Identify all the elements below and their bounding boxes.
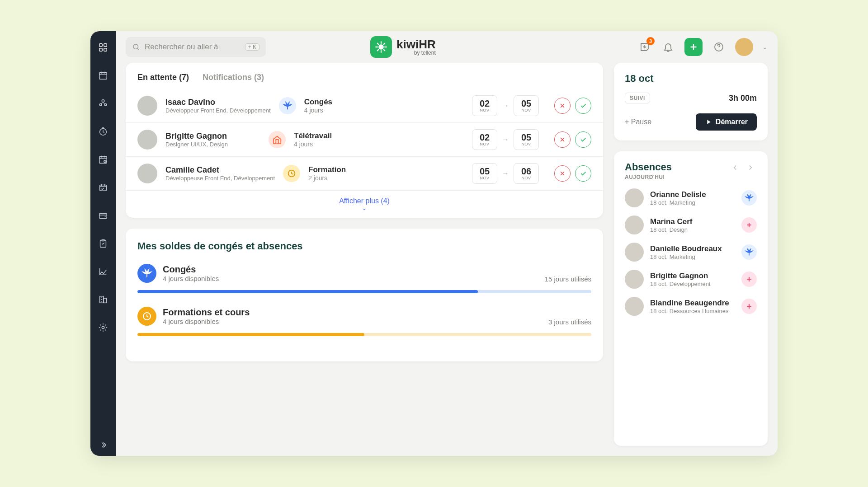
- nav-time[interactable]: [97, 125, 109, 138]
- request-type: Congés: [304, 98, 368, 107]
- absence-name: Brigitte Gagnon: [650, 272, 711, 281]
- time-date: 18 oct: [625, 73, 757, 84]
- svg-rect-0: [99, 44, 102, 47]
- avatar: [625, 270, 644, 289]
- absence-row: Orianne Delisle 18 oct, Marketing: [625, 188, 757, 207]
- request-type: Télétravail: [294, 131, 357, 140]
- balances-card: Mes soldes de congés et absences Congés …: [126, 229, 603, 361]
- date-to: 05NOV: [514, 95, 539, 116]
- absence-detail: 18 oct, Marketing: [650, 253, 722, 260]
- add-button[interactable]: [684, 38, 703, 56]
- avatar: [137, 96, 157, 116]
- nav-sync[interactable]: [97, 181, 109, 194]
- person-role: Designer UI/UX, Design: [165, 141, 260, 148]
- avatar: [625, 243, 644, 262]
- bell-button[interactable]: [661, 40, 675, 54]
- nav-dashboard[interactable]: [97, 41, 109, 54]
- nav-wallet[interactable]: [97, 209, 109, 222]
- balance-used: 15 jours utilisés: [545, 275, 591, 283]
- svg-point-5: [102, 100, 104, 103]
- absence-detail: 18 oct, Ressources Humaines: [650, 308, 729, 314]
- svg-rect-1: [104, 44, 107, 47]
- start-button-label: Démarrer: [716, 118, 748, 126]
- date-to: 05NOV: [514, 129, 539, 150]
- nav-people[interactable]: [97, 97, 109, 110]
- request-row: Brigitte Gagnon Designer UI/UX, Design T…: [126, 122, 603, 156]
- tab-pending[interactable]: En attente (7): [137, 73, 189, 82]
- svg-point-17: [102, 326, 104, 329]
- balance-icon: [137, 307, 156, 326]
- balance-available: 4 jours disponibles: [163, 275, 219, 282]
- svg-point-19: [378, 44, 384, 50]
- user-avatar[interactable]: [735, 38, 753, 56]
- avatar: [625, 215, 644, 234]
- balance-available: 4 jours disponibles: [163, 318, 250, 325]
- type-icon: [279, 97, 296, 114]
- nav-schedule[interactable]: [97, 153, 109, 166]
- svg-rect-2: [99, 48, 102, 51]
- tab-notifications[interactable]: Notifications (3): [203, 73, 264, 82]
- balance-used: 3 jours utilisés: [548, 318, 591, 326]
- absence-type-icon: [741, 299, 757, 314]
- balance-icon: [137, 264, 156, 283]
- date-from: 02NOV: [472, 129, 497, 150]
- approve-button[interactable]: [575, 165, 591, 182]
- absence-name: Blandine Beaugendre: [650, 299, 729, 308]
- type-icon: [269, 131, 286, 148]
- time-elapsed: 3h 00m: [729, 94, 757, 103]
- absences-subtitle: AUJOURD'HUI: [625, 174, 672, 180]
- balance-item: Formations et cours 4 jours disponibles …: [137, 307, 591, 336]
- sidebar: [90, 31, 116, 456]
- reject-button[interactable]: [554, 98, 571, 114]
- nav-calendar[interactable]: [97, 69, 109, 82]
- absence-name: Marina Cerf: [650, 217, 693, 226]
- absences-prev[interactable]: [729, 161, 741, 174]
- show-more-label: Afficher plus (4): [339, 197, 390, 205]
- nav-tasks[interactable]: [97, 237, 109, 250]
- pause-button[interactable]: + Pause: [625, 118, 651, 126]
- absence-row: Danielle Boudreaux 18 oct, Marketing: [625, 243, 757, 262]
- inbox-button[interactable]: 3: [637, 40, 652, 54]
- user-menu-chevron[interactable]: ⌄: [762, 43, 768, 51]
- absence-detail: 18 oct, Design: [650, 226, 693, 233]
- svg-rect-12: [99, 213, 107, 218]
- balance-bar: [137, 290, 591, 293]
- date-from: 02NOV: [472, 95, 497, 116]
- nav-company[interactable]: [97, 293, 109, 306]
- help-button[interactable]: [712, 40, 726, 54]
- brand-logo: kiwiHR by tellent: [370, 36, 436, 58]
- search-input[interactable]: Rechercher ou aller à + K: [126, 37, 266, 57]
- absences-card: Absences AUJOURD'HUI Orianne Delisle 18 …: [614, 151, 768, 446]
- person-name: Isaac Davino: [165, 98, 271, 107]
- avatar: [137, 130, 157, 150]
- absences-next[interactable]: [744, 161, 757, 174]
- absence-type-icon: [741, 244, 757, 260]
- search-shortcut: + K: [245, 43, 259, 51]
- svg-rect-11: [100, 185, 107, 191]
- balance-label: Congés: [163, 264, 219, 275]
- avatar: [625, 188, 644, 207]
- absence-type-icon: [741, 190, 757, 206]
- svg-rect-16: [104, 298, 106, 303]
- brand-name: kiwiHR: [396, 38, 436, 50]
- sidebar-expand[interactable]: [97, 439, 109, 451]
- date-to: 06NOV: [514, 163, 539, 184]
- avatar: [625, 297, 644, 316]
- absence-type-icon: [741, 272, 757, 287]
- svg-rect-9: [99, 157, 107, 164]
- balance-label: Formations et cours: [163, 307, 250, 318]
- pending-card: En attente (7) Notifications (3) Isaac D…: [126, 63, 603, 218]
- time-tracking-card: 18 oct SUIVI 3h 00m + Pause Démarrer: [614, 63, 768, 140]
- approve-button[interactable]: [575, 98, 591, 114]
- show-more-button[interactable]: Afficher plus (4) ⌄: [126, 190, 603, 218]
- person-role: Développeur Front End, Développement: [165, 107, 271, 114]
- reject-button[interactable]: [554, 131, 571, 148]
- approve-button[interactable]: [575, 131, 591, 148]
- reject-button[interactable]: [554, 165, 571, 182]
- person-name: Brigitte Gagnon: [165, 131, 260, 141]
- start-button[interactable]: Démarrer: [696, 113, 757, 131]
- inbox-badge: 3: [646, 37, 655, 45]
- nav-settings[interactable]: [97, 321, 109, 334]
- request-duration: 4 jours: [294, 140, 357, 148]
- nav-reports[interactable]: [97, 265, 109, 278]
